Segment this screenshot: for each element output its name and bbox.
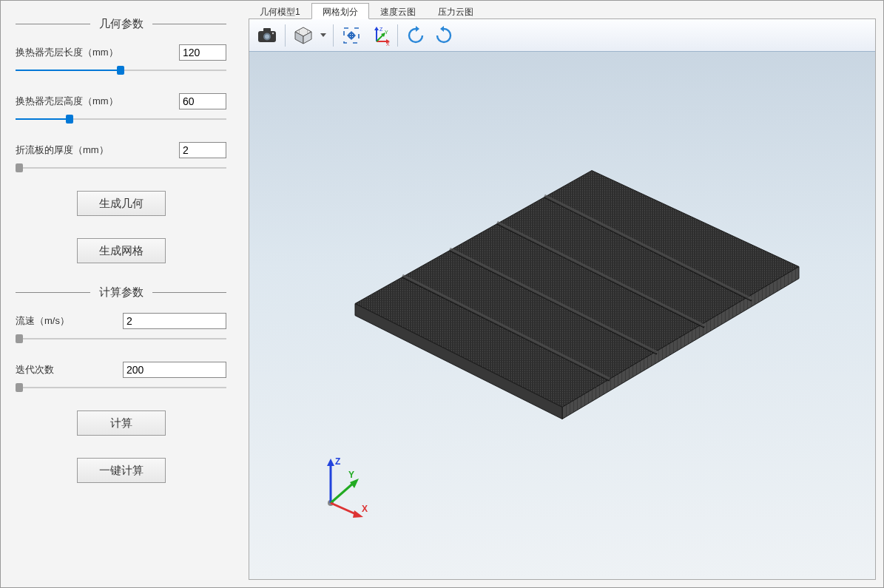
param-label-thickness: 折流板的厚度（mm）: [16, 143, 179, 157]
svg-line-43: [331, 503, 357, 515]
group-title-calc: 计算参数: [90, 285, 152, 300]
tab-bar: 几何模型1 网格划分 速度云图 压力云图: [249, 2, 876, 18]
axis-label-y: Y: [348, 470, 354, 480]
camera-button[interactable]: [254, 22, 280, 49]
chevron-down-icon: [320, 33, 326, 37]
sidebar: 几何参数 换热器壳层长度（mm） 换热器壳层高度（mm） 折流板的厚度（mm）: [1, 1, 241, 587]
param-input-iter[interactable]: [123, 362, 226, 378]
slider-height[interactable]: [16, 112, 226, 126]
view-cube-button[interactable]: [290, 22, 317, 49]
svg-marker-10: [320, 33, 326, 37]
tab-geometry-model[interactable]: 几何模型1: [249, 3, 311, 19]
main-area: 几何模型1 网格划分 速度云图 压力云图: [241, 1, 883, 587]
onekey-calculate-button[interactable]: 一键计算: [77, 458, 166, 483]
rotate-ccw-icon: [406, 26, 425, 45]
svg-text:Y: Y: [385, 30, 388, 35]
svg-marker-13: [374, 27, 379, 30]
slider-iter[interactable]: [16, 381, 226, 394]
group-header-calc: 计算参数: [16, 285, 226, 300]
mesh-model: [311, 163, 814, 447]
group-title-geometry: 几何参数: [90, 17, 152, 31]
calculate-button[interactable]: 计算: [77, 410, 166, 436]
tab-pressure-cloud[interactable]: 压力云图: [427, 3, 485, 19]
cube-icon: [294, 26, 313, 45]
axes-toggle-button[interactable]: Z Y X: [366, 22, 393, 49]
rotate-ccw-button[interactable]: [402, 22, 429, 49]
rotate-cw-icon: [434, 26, 453, 45]
group-header-geometry: 几何参数: [16, 17, 226, 31]
axis-label-x: X: [362, 504, 368, 514]
svg-rect-1: [263, 28, 271, 32]
svg-marker-40: [327, 459, 334, 466]
tab-velocity-cloud[interactable]: 速度云图: [369, 3, 427, 19]
param-label-height: 换热器壳层高度（mm）: [16, 95, 179, 108]
slider-length[interactable]: [16, 64, 226, 77]
param-input-speed[interactable]: [123, 313, 226, 329]
slider-speed[interactable]: [16, 332, 226, 345]
param-label-speed: 流速（m/s）: [16, 314, 123, 328]
axes-icon: Z Y X: [369, 25, 390, 46]
svg-point-4: [272, 32, 274, 33]
param-input-thickness[interactable]: [179, 142, 226, 158]
rotate-cw-button[interactable]: [431, 22, 457, 49]
axis-triad: Z Y X: [308, 451, 375, 520]
slider-thickness[interactable]: [16, 161, 226, 175]
param-label-length: 换热器壳层长度（mm）: [16, 46, 179, 59]
svg-line-41: [331, 482, 354, 503]
param-label-iter: 迭代次数: [16, 363, 123, 376]
svg-point-3: [265, 34, 269, 38]
param-input-length[interactable]: [179, 44, 226, 61]
param-input-height[interactable]: [179, 93, 226, 109]
camera-icon: [257, 27, 277, 44]
tab-pane: Z Y X: [249, 18, 876, 580]
generate-geometry-button[interactable]: 生成几何: [77, 191, 166, 216]
axis-label-z: Z: [335, 456, 340, 467]
svg-marker-21: [416, 26, 419, 32]
tab-mesh[interactable]: 网格划分: [311, 3, 369, 19]
view-cube-dropdown[interactable]: [318, 22, 328, 49]
viewport-toolbar: Z Y X: [249, 19, 875, 52]
viewport-3d[interactable]: Z Y X: [249, 52, 875, 579]
svg-text:Z: Z: [379, 27, 383, 32]
fit-view-icon: [342, 26, 361, 45]
svg-text:X: X: [386, 41, 390, 46]
fit-view-button[interactable]: [338, 22, 365, 49]
svg-marker-22: [440, 26, 444, 32]
generate-mesh-button[interactable]: 生成网格: [77, 238, 166, 263]
